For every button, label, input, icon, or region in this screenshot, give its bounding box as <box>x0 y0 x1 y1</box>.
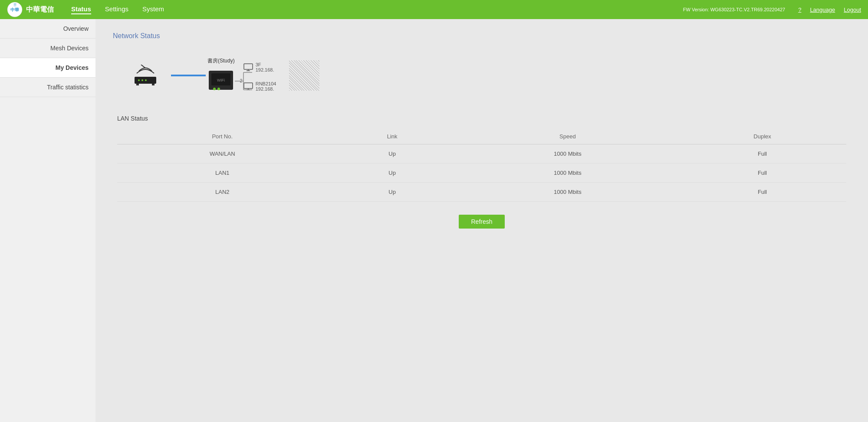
cell-link-1: Up <box>328 164 457 183</box>
header: 中華 ☰ 中華電信 Status Settings System FW Vers… <box>0 0 868 19</box>
svg-point-5 <box>138 79 140 81</box>
lan-table: Port No. Link Speed Duplex WAN/LANUp1000… <box>117 129 846 202</box>
device-2-ip: 192.168. <box>256 86 276 92</box>
cell-speed-2: 1000 Mbits <box>457 183 678 202</box>
sidebar-item-overview[interactable]: Overview <box>0 19 95 39</box>
cell-duplex-0: Full <box>678 144 846 164</box>
page-title: Network Status <box>113 32 851 40</box>
connection-lines <box>235 64 252 98</box>
col-duplex: Duplex <box>678 129 846 144</box>
cell-link-0: Up <box>328 144 457 164</box>
lan-status-title: LAN Status <box>117 115 846 122</box>
nav-settings[interactable]: Settings <box>105 5 128 14</box>
svg-text:中華: 中華 <box>10 7 19 12</box>
sidebar: Overview Mesh Devices My Devices Traffic… <box>0 19 95 422</box>
layout: Overview Mesh Devices My Devices Traffic… <box>0 19 868 422</box>
main-router <box>130 65 161 86</box>
svg-point-14 <box>217 88 220 90</box>
logo-area: 中華 ☰ 中華電信 <box>7 2 54 17</box>
col-port-no: Port No. <box>117 129 328 144</box>
main-content: Network Status <box>95 19 868 422</box>
cell-duplex-1: Full <box>678 164 846 183</box>
sidebar-item-my-devices[interactable]: My Devices <box>0 58 95 78</box>
lan-table-body: WAN/LANUp1000 MbitsFullLAN1Up1000 MbitsF… <box>117 144 846 202</box>
svg-point-13 <box>213 88 216 90</box>
nav-status[interactable]: Status <box>71 5 91 14</box>
table-row: LAN1Up1000 MbitsFull <box>117 164 846 183</box>
network-diagram: 書房(Study) WiFi 2 <box>113 53 851 98</box>
sidebar-item-mesh-devices[interactable]: Mesh Devices <box>0 39 95 58</box>
cht-logo-icon: 中華 ☰ <box>7 2 23 17</box>
cell-link-2: Up <box>328 183 457 202</box>
language-button[interactable]: Language <box>810 7 835 13</box>
sidebar-item-traffic-statistics[interactable]: Traffic statistics <box>0 78 95 97</box>
nav-system[interactable]: System <box>142 5 164 14</box>
svg-point-7 <box>145 79 147 81</box>
device-2-name: RNB2104 <box>256 81 276 86</box>
table-header-row: Port No. Link Speed Duplex <box>117 129 846 144</box>
table-row: LAN2Up1000 MbitsFull <box>117 183 846 202</box>
svg-rect-8 <box>136 84 139 85</box>
mesh-device-label: 書房(Study) <box>207 57 235 65</box>
table-row: WAN/LANUp1000 MbitsFull <box>117 144 846 164</box>
mesh-device-study: 書房(Study) WiFi 2 <box>207 57 235 93</box>
lan-status: LAN Status Port No. Link Speed Duplex WA… <box>113 115 851 202</box>
cell-speed-1: 1000 Mbits <box>457 164 678 183</box>
device-1-name: 3F <box>256 62 274 67</box>
mesh-box-icon: WiFi <box>208 67 234 93</box>
col-link: Link <box>328 129 457 144</box>
svg-text:WiFi: WiFi <box>217 78 225 82</box>
cell-port-0: WAN/LAN <box>117 144 328 164</box>
svg-point-6 <box>141 79 143 81</box>
router-icon <box>130 65 161 86</box>
svg-rect-9 <box>152 84 155 85</box>
refresh-area: Refresh <box>113 215 851 229</box>
svg-text:☰: ☰ <box>13 3 16 7</box>
qr-code <box>289 60 319 91</box>
cell-speed-0: 1000 Mbits <box>457 144 678 164</box>
header-right: FW Version: WG630223-TC.V2.TR69.20220427… <box>683 7 861 13</box>
fw-version-label: FW Version: WG630223-TC.V2.TR69.20220427 <box>683 7 785 12</box>
nav: Status Settings System <box>71 5 164 14</box>
ethernet-cable <box>171 75 206 76</box>
help-button[interactable]: ? <box>798 7 801 13</box>
cell-port-2: LAN2 <box>117 183 328 202</box>
device-1-info: 3F 192.168. <box>256 62 274 72</box>
device-connections: 3F 192.168. RNB2104 192.168. <box>243 59 276 92</box>
device-1-ip: 192.168. <box>256 67 274 72</box>
logo-text: 中華電信 <box>26 5 54 14</box>
logout-button[interactable]: Logout <box>844 7 861 13</box>
cell-duplex-2: Full <box>678 183 846 202</box>
refresh-button[interactable]: Refresh <box>459 215 504 229</box>
cell-port-1: LAN1 <box>117 164 328 183</box>
col-speed: Speed <box>457 129 678 144</box>
device-2-info: RNB2104 192.168. <box>256 81 276 92</box>
